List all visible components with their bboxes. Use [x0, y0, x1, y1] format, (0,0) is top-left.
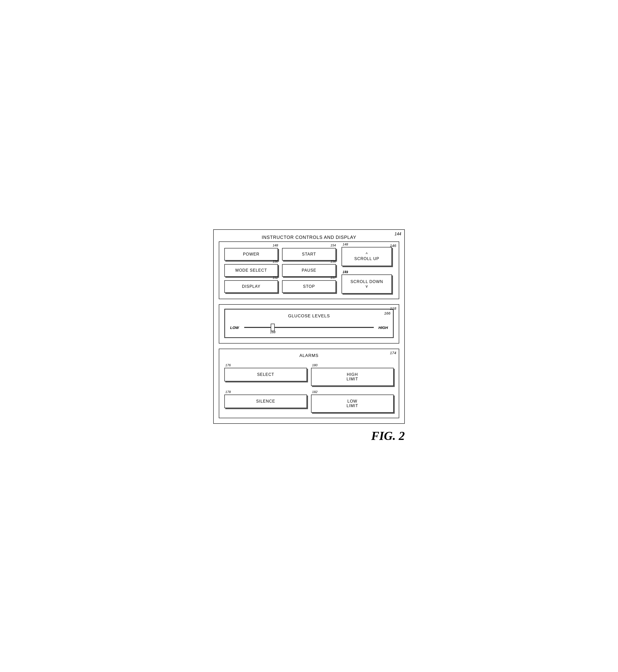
- alarm-low-limit-ref: 182: [312, 390, 318, 394]
- slider-label-low: LOW: [230, 325, 240, 330]
- btn-ref-pause: 156: [330, 260, 336, 263]
- btn-ref-stop: 157: [330, 276, 336, 279]
- alarms-section: 174 ALARMS 176 SELECT 180 HIGHLIMIT 178 …: [219, 349, 399, 418]
- alarm-high-limit-button[interactable]: HIGHLIMIT: [311, 368, 394, 386]
- btn-wrapper-start: 154 START: [282, 248, 336, 261]
- scroll-down-caret: v: [347, 284, 386, 288]
- btn-ref-display: 152: [273, 276, 278, 279]
- alarm-silence-ref: 178: [225, 390, 231, 394]
- alarm-select-button[interactable]: SELECT: [224, 368, 307, 382]
- scroll-down-button[interactable]: SCROLL DOWN v: [341, 274, 392, 293]
- btn-wrapper-stop: 157 STOP: [282, 280, 336, 293]
- slider-ref-168: 168: [270, 330, 276, 334]
- alarm-select-ref: 176: [225, 363, 231, 367]
- alarm-silence-button[interactable]: SILENCE: [224, 395, 307, 408]
- scroll-down-ref: 151: [342, 270, 348, 274]
- outer-box: INSTRUCTOR CONTROLS AND DISPLAY 144 146 …: [213, 229, 405, 424]
- alarm-high-limit-wrapper: 180 HIGHLIMIT: [311, 363, 394, 386]
- alarm-low-limit-wrapper: 182 LOWLIMIT: [311, 390, 394, 413]
- scroll-up-outer-ref: 148: [342, 242, 348, 246]
- page-wrapper: INSTRUCTOR CONTROLS AND DISPLAY 144 146 …: [206, 222, 412, 450]
- outer-title: INSTRUCTOR CONTROLS AND DISPLAY: [219, 235, 399, 240]
- alarms-grid: 176 SELECT 180 HIGHLIMIT 178 SILENCE 182…: [224, 363, 394, 413]
- alarms-title: ALARMS: [224, 353, 394, 358]
- scroll-down-container: 149 151 SCROLL DOWN v: [341, 270, 392, 293]
- scroll-up-button[interactable]: ^ SCROLL UP: [341, 247, 392, 266]
- controls-section: 146 148 POWER 150 MODE SELECT 152 DISPLA…: [219, 241, 399, 299]
- glucose-inner-ref: 166: [384, 311, 390, 315]
- btn-wrapper-display: 152 DISPLAY: [224, 280, 278, 293]
- slider-track: 168: [244, 327, 374, 328]
- controls-grid: 148 POWER 150 MODE SELECT 152 DISPLAY: [224, 247, 394, 293]
- stop-button[interactable]: STOP: [282, 280, 336, 293]
- glucose-title: GLUCOSE LEVELS: [230, 314, 388, 319]
- scroll-down-wrapper: 151 SCROLL DOWN v: [341, 274, 392, 293]
- alarm-silence-wrapper: 178 SILENCE: [224, 390, 307, 413]
- slider-row: LOW 168 HIGH: [230, 324, 388, 331]
- btn-ref-start: 154: [330, 243, 336, 247]
- pause-button[interactable]: PAUSE: [282, 264, 336, 277]
- start-button[interactable]: START: [282, 248, 336, 261]
- power-button[interactable]: POWER: [224, 248, 278, 261]
- btn-group-col1: 148 POWER 150 MODE SELECT 152 DISPLAY: [224, 248, 278, 293]
- btn-ref-power: 148: [273, 243, 278, 247]
- mode-select-button[interactable]: MODE SELECT: [224, 264, 278, 277]
- outer-ref: 144: [394, 232, 401, 236]
- alarm-select-wrapper: 176 SELECT: [224, 363, 307, 386]
- glucose-inner: 166 GLUCOSE LEVELS LOW 168 HIGH: [224, 309, 394, 338]
- slider-container: 168: [244, 324, 374, 331]
- scroll-up-wrapper: 148 ^ SCROLL UP: [341, 247, 392, 266]
- fig-label: FIG. 2: [213, 429, 405, 443]
- btn-wrapper-mode-select: 150 MODE SELECT: [224, 264, 278, 277]
- btn-wrapper-pause: 156 PAUSE: [282, 264, 336, 277]
- slider-label-high: HIGH: [378, 325, 388, 330]
- btn-wrapper-power: 148 POWER: [224, 248, 278, 261]
- btn-group-col2: 154 START 156 PAUSE 157 STOP: [282, 248, 336, 293]
- scroll-group: 148 ^ SCROLL UP 149 151 SCROLL DOWN v: [340, 247, 394, 293]
- alarm-high-limit-ref: 180: [312, 363, 318, 367]
- display-button[interactable]: DISPLAY: [224, 280, 278, 293]
- btn-ref-mode-select: 150: [273, 260, 278, 263]
- alarm-low-limit-button[interactable]: LOWLIMIT: [311, 395, 394, 413]
- glucose-section: 118 166 GLUCOSE LEVELS LOW 168 HIGH: [219, 304, 399, 344]
- scroll-up-label: SCROLL UP: [347, 257, 386, 261]
- alarms-ref: 174: [390, 351, 396, 355]
- scroll-up-caret: ^: [347, 252, 386, 257]
- scroll-down-label: SCROLL DOWN: [347, 279, 386, 284]
